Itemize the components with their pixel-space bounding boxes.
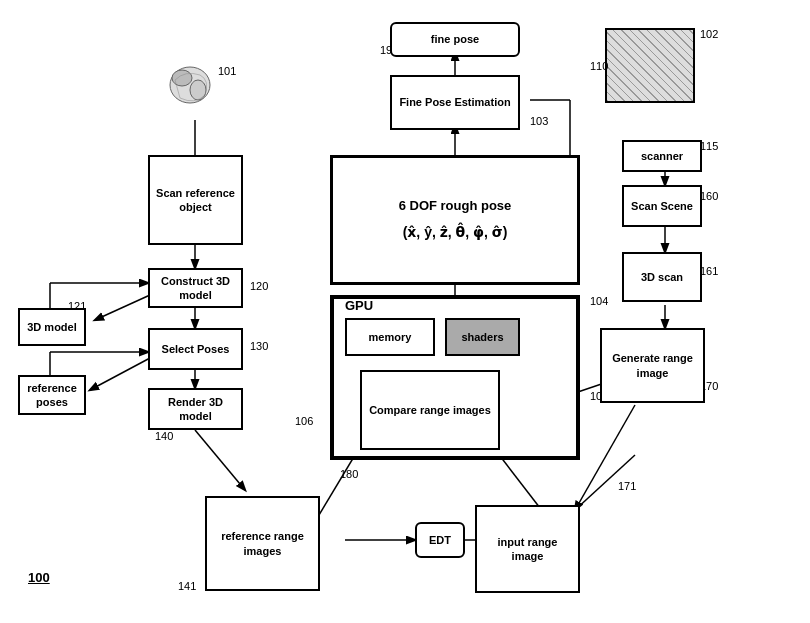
svg-point-29 [190, 80, 206, 100]
shaders-box: shaders [445, 318, 520, 356]
reference-range-images-label: reference range images [211, 529, 314, 558]
memory-box: memory [345, 318, 435, 356]
reference-poses-box: reference poses [18, 375, 86, 415]
label-103: 103 [530, 115, 548, 127]
generate-range-image-box: Generate range image [600, 328, 705, 403]
scan-scene-label: Scan Scene [631, 199, 693, 213]
gpu-label: GPU [345, 298, 373, 313]
edt-box: EDT [415, 522, 465, 558]
label-104: 104 [590, 295, 608, 307]
label-100: 100 [28, 570, 50, 585]
3d-scan-box: 3D scan [622, 252, 702, 302]
render-3d-model-label: Render 3D model [154, 395, 237, 424]
edt-label: EDT [429, 533, 451, 547]
label-106: 106 [295, 415, 313, 427]
dof-title-label: 6 DOF rough pose [399, 198, 512, 215]
label-180: 180 [340, 468, 358, 480]
svg-line-1 [95, 295, 150, 320]
reference-object-sketch [160, 60, 220, 115]
6dof-rough-pose-box: 6 DOF rough pose (x̂, ŷ, ẑ, θ̂, φ̂, σ̂) [330, 155, 580, 285]
svg-line-18 [575, 405, 635, 510]
render-3d-model-box: Render 3D model [148, 388, 243, 430]
fine-pose-label: fine pose [431, 32, 479, 46]
label-130: 130 [250, 340, 268, 352]
3d-model-box: 3D model [18, 308, 86, 346]
label-110b: 110 [590, 60, 608, 72]
scanner-box: scanner [622, 140, 702, 172]
svg-line-9 [195, 430, 245, 490]
fine-pose-estimation-box: Fine Pose Estimation [390, 75, 520, 130]
reference-range-images-box: reference range images [205, 496, 320, 591]
input-range-image-label: input range image [481, 535, 574, 564]
label-115: 115 [700, 140, 718, 152]
fine-pose-estimation-label: Fine Pose Estimation [399, 95, 510, 109]
scan-reference-object-box: Scan reference object [148, 155, 243, 245]
construct-3d-model-label: Construct 3D model [154, 274, 237, 303]
generate-range-image-label: Generate range image [606, 351, 699, 380]
compare-range-images-label: Compare range images [369, 403, 491, 417]
scan-scene-box: Scan Scene [622, 185, 702, 227]
svg-line-5 [90, 358, 150, 390]
3d-scan-label: 3D scan [641, 270, 683, 284]
scanner-label: scanner [641, 149, 683, 163]
input-range-image-box: input range image [475, 505, 580, 593]
svg-point-28 [172, 70, 192, 86]
6dof-content: 6 DOF rough pose (x̂, ŷ, ẑ, θ̂, φ̂, σ̂) [399, 198, 512, 241]
construct-3d-model-box: Construct 3D model [148, 268, 243, 308]
scene-image [605, 28, 695, 103]
diagram: 101 102 110 120 121 130 131 140 141 150 … [0, 0, 810, 623]
scan-reference-object-label: Scan reference object [154, 186, 237, 215]
shaders-label: shaders [461, 331, 503, 343]
dof-formula: (x̂, ŷ, ẑ, θ̂, φ̂, σ̂) [399, 223, 512, 241]
label-171: 171 [618, 480, 636, 492]
label-140: 140 [155, 430, 173, 442]
label-141: 141 [178, 580, 196, 592]
label-160: 160 [700, 190, 718, 202]
label-120: 120 [250, 280, 268, 292]
reference-poses-label: reference poses [24, 381, 80, 410]
label-102: 102 [700, 28, 718, 40]
memory-label: memory [369, 331, 412, 343]
label-161: 161 [700, 265, 718, 277]
select-poses-box: Select Poses [148, 328, 243, 370]
compare-range-images-box: Compare range images [360, 370, 500, 450]
select-poses-label: Select Poses [162, 342, 230, 356]
label-101: 101 [218, 65, 236, 77]
3d-model-label: 3D model [27, 320, 77, 334]
fine-pose-output-box: fine pose [390, 22, 520, 57]
